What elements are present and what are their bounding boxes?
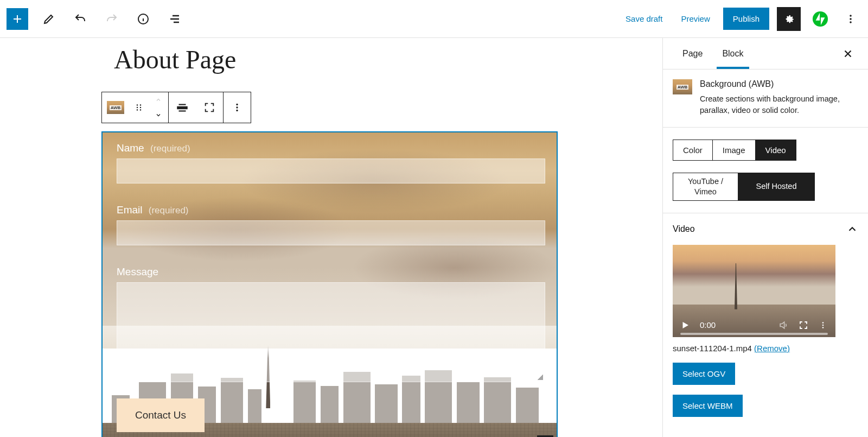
jetpack-button[interactable] [808, 7, 832, 31]
chevron-up-icon [846, 223, 858, 235]
svg-rect-12 [179, 104, 186, 105]
page-title[interactable]: About Page [114, 45, 236, 74]
video-mute-button[interactable] [778, 320, 789, 331]
select-ogv-button[interactable]: Select OGV [673, 363, 735, 385]
more-vertical-icon [818, 320, 828, 330]
svg-rect-11 [177, 106, 188, 109]
chevron-up-icon [154, 97, 163, 103]
name-label: Name (required) [117, 142, 542, 154]
svg-rect-13 [179, 110, 186, 111]
outline-button[interactable] [164, 8, 186, 30]
preview-button[interactable]: Preview [675, 10, 715, 28]
editor-canvas: About Page [0, 38, 662, 437]
video-fullscreen-button[interactable] [799, 320, 808, 330]
source-youtube-vimeo[interactable]: YouTube / Vimeo [673, 173, 738, 200]
block-type-button[interactable] [102, 92, 129, 123]
settings-button[interactable] [777, 7, 801, 31]
remove-video-link[interactable]: (Remove) [754, 344, 790, 353]
contact-form: Name (required) Email (required) Message… [103, 132, 557, 432]
bg-type-toggle: Color Image Video [673, 140, 796, 161]
pencil-icon [42, 12, 55, 26]
info-icon [137, 12, 150, 26]
svg-point-4 [850, 21, 852, 23]
awb-icon [107, 101, 124, 114]
redo-button[interactable] [101, 8, 123, 30]
toolbar-left-group [7, 8, 186, 30]
svg-point-1 [813, 11, 828, 26]
fullwidth-button[interactable] [196, 92, 223, 123]
block-title: Background (AWB) [700, 79, 858, 89]
video-time: 0:00 [700, 320, 716, 330]
video-progress[interactable] [680, 333, 828, 335]
svg-point-15 [236, 106, 238, 108]
edit-mode-button[interactable] [38, 8, 60, 30]
volume-icon [778, 320, 789, 331]
select-webm-button[interactable]: Select WEBM [673, 395, 743, 417]
name-input[interactable] [117, 159, 545, 183]
settings-sidebar: Page Block Background (AWB) Create secti… [662, 38, 868, 437]
undo-button[interactable] [69, 8, 91, 30]
toolbar-right-group: Save draft Preview Publish [620, 7, 861, 31]
background-type-section: Color Image Video YouTube / Vimeo Self H… [663, 128, 868, 213]
svg-point-17 [822, 322, 824, 324]
chevron-down-icon [154, 112, 163, 118]
video-panel-header[interactable]: Video [663, 213, 868, 245]
align-wide-icon [175, 100, 189, 115]
drag-handle[interactable] [129, 92, 149, 123]
svg-point-9 [137, 109, 138, 110]
email-input[interactable] [117, 220, 545, 245]
svg-point-19 [822, 327, 824, 328]
close-sidebar-button[interactable] [838, 43, 858, 64]
bg-type-color[interactable]: Color [673, 140, 713, 160]
video-filename: sunset-111204-1.mp4 [673, 344, 752, 353]
redo-icon [105, 12, 118, 26]
svg-point-14 [236, 104, 238, 105]
move-up-down-group [149, 92, 168, 123]
play-icon [680, 320, 690, 330]
svg-point-2 [850, 15, 852, 17]
list-view-icon [168, 12, 181, 26]
video-preview[interactable]: 0:00 [673, 245, 835, 337]
awb-background-block[interactable]: Name (required) Email (required) Message… [101, 131, 558, 437]
add-block-button[interactable] [7, 8, 28, 30]
info-button[interactable] [132, 8, 154, 30]
move-up-button[interactable] [154, 92, 163, 107]
close-icon [842, 48, 854, 60]
more-vertical-icon [231, 102, 243, 113]
svg-point-6 [140, 104, 141, 105]
block-description: Create sections with background image, p… [700, 93, 858, 116]
plus-icon [11, 12, 24, 26]
block-header: Background (AWB) Create sections with ba… [663, 69, 868, 128]
undo-icon [74, 12, 87, 26]
bg-type-image[interactable]: Image [713, 140, 756, 160]
gear-icon [782, 12, 795, 26]
svg-point-8 [140, 107, 141, 108]
editor-top-toolbar: Save draft Preview Publish [0, 0, 868, 38]
email-label: Email (required) [117, 204, 542, 216]
svg-point-7 [137, 107, 138, 108]
save-draft-button[interactable]: Save draft [620, 10, 668, 28]
more-options-button[interactable] [840, 8, 861, 30]
svg-point-16 [236, 110, 238, 111]
contact-submit-button[interactable]: Contact Us [117, 398, 205, 432]
sidebar-tabs: Page Block [663, 38, 868, 69]
video-source-toggle: YouTube / Vimeo Self Hosted [673, 173, 815, 201]
align-button[interactable] [169, 92, 196, 123]
publish-button[interactable]: Publish [723, 8, 769, 30]
video-play-button[interactable] [680, 320, 690, 330]
move-down-button[interactable] [154, 107, 163, 123]
video-more-button[interactable] [818, 320, 828, 330]
svg-point-3 [850, 18, 852, 20]
source-self-hosted[interactable]: Self Hosted [738, 173, 814, 200]
svg-point-18 [822, 324, 824, 326]
svg-point-10 [140, 109, 141, 110]
video-file-line: sunset-111204-1.mp4 (Remove) [663, 344, 868, 363]
fullscreen-icon [203, 102, 215, 113]
bg-type-video[interactable]: Video [756, 140, 796, 160]
tab-block[interactable]: Block [712, 39, 753, 68]
drag-icon [134, 103, 144, 112]
tab-page[interactable]: Page [673, 39, 712, 68]
message-textarea[interactable] [117, 282, 545, 382]
svg-point-5 [137, 104, 138, 105]
block-more-button[interactable] [224, 92, 251, 123]
